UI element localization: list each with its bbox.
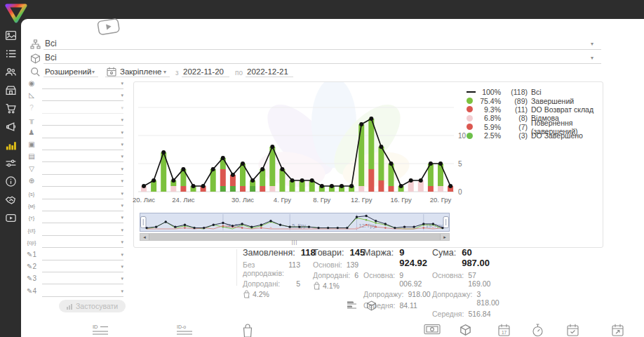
filter-select[interactable]: ▾ xyxy=(42,237,123,248)
legend-item[interactable]: 9.3%(11)DO Возврат склад xyxy=(467,105,601,114)
data-point xyxy=(399,184,403,188)
filter-select[interactable]: ▾ xyxy=(42,164,123,175)
chart-scrollbar[interactable]: ◂ ||| ▸ xyxy=(140,233,450,241)
summary-value: 9 924.92 xyxy=(399,247,427,268)
product-filter-select[interactable]: Всі xyxy=(45,53,57,62)
navigator-handle-left[interactable] xyxy=(141,217,147,228)
filter-select[interactable]: ▾ xyxy=(42,176,123,187)
summary-sub-value: 516.84 xyxy=(468,310,490,318)
filter-row-person: ♟▾ xyxy=(0,128,133,140)
sidebar-item-clients[interactable] xyxy=(5,66,17,78)
orders-chart-canvas[interactable]: 051020. Лис24. Лис30. Лис4. Гру8. Гру12.… xyxy=(137,86,467,211)
legend-percent: 5.9% xyxy=(476,123,501,131)
chevron-down-icon[interactable]: ▾ xyxy=(121,227,123,233)
bar-segment xyxy=(358,186,364,192)
chart-navigator[interactable]: 28. Лис5. Гру12. Гру19. Гру xyxy=(140,213,450,232)
apply-button[interactable]: Застосувати xyxy=(59,300,126,312)
chevron-down-icon[interactable]: ▾ xyxy=(121,93,123,98)
svg-text:30. Лис: 30. Лис xyxy=(232,196,254,204)
banknote-icon[interactable] xyxy=(424,324,441,337)
filter-select[interactable]: ▾ xyxy=(42,79,123,89)
filter-select[interactable]: ▾ xyxy=(42,91,123,101)
data-point xyxy=(448,184,452,188)
products-toggle[interactable] xyxy=(366,300,377,314)
chevron-down-icon[interactable]: ▾ xyxy=(121,81,123,86)
date-to-input[interactable]: 2022-12-21 xyxy=(247,67,288,76)
bag-icon[interactable] xyxy=(242,324,253,337)
sidebar-item-orders[interactable] xyxy=(5,48,17,60)
summary-title: Замовлення: xyxy=(243,248,295,258)
legend-item[interactable]: 5.9%(7)Повернення (завершений) xyxy=(467,123,601,131)
play-video-button[interactable] xyxy=(96,18,121,39)
filter-select[interactable]: ▾ xyxy=(42,152,123,162)
legend-item[interactable]: 75.4%(89)Завершений xyxy=(467,96,601,105)
chevron-down-icon[interactable]: ▾ xyxy=(591,55,593,61)
chevron-down-icon[interactable]: ▾ xyxy=(121,154,123,159)
period-mode-select[interactable]: Закріплене xyxy=(120,67,161,76)
id-list-icon[interactable]: ID xyxy=(92,324,110,337)
filter-select[interactable]: ▾ xyxy=(42,262,123,272)
sidebar-item-dashboard[interactable] xyxy=(5,29,17,41)
filter-select[interactable]: ▾ xyxy=(42,189,123,199)
chevron-down-icon[interactable]: ▾ xyxy=(121,166,123,172)
calendar-date-icon[interactable]: 17 xyxy=(498,324,510,337)
legend-dot-swatch xyxy=(467,106,473,112)
data-point xyxy=(409,178,413,183)
filter-select[interactable]: ▾ xyxy=(42,140,123,150)
brand-logo-icon[interactable] xyxy=(3,1,29,25)
stats-list-toggle[interactable] xyxy=(347,300,358,313)
date-from-underline xyxy=(182,77,229,77)
stopwatch-icon[interactable] xyxy=(532,324,544,337)
chevron-down-icon[interactable]: ▾ xyxy=(121,105,123,111)
data-point xyxy=(192,184,196,188)
search-mode-select[interactable]: Розширений xyxy=(45,67,91,76)
data-point xyxy=(389,161,394,166)
sitemap-icon: ╥ xyxy=(25,116,38,124)
legend-count: (118) xyxy=(504,88,528,96)
calendar-check-icon[interactable] xyxy=(567,324,579,337)
chevron-down-icon[interactable]: ▾ xyxy=(163,69,166,75)
filter-select[interactable]: ▾ xyxy=(42,201,123,211)
chevron-down-icon[interactable]: ▾ xyxy=(121,215,123,220)
filter-select[interactable]: ▾ xyxy=(42,128,123,138)
filter-row-funnel: ▽▾ xyxy=(0,164,133,176)
data-point xyxy=(349,184,354,188)
chevron-down-icon[interactable]: ▾ xyxy=(121,203,123,209)
chevron-down-icon[interactable]: ▾ xyxy=(121,276,123,282)
scroll-left-icon[interactable]: ◂ xyxy=(140,234,149,240)
filter-select[interactable]: ▾ xyxy=(42,213,123,223)
date-from-input[interactable]: 2022-11-20 xyxy=(183,67,224,76)
id-offers-icon[interactable]: ID-o xyxy=(176,324,194,337)
filter-select[interactable]: ▾ xyxy=(42,250,123,260)
filter-row-banknote: ▤▾ xyxy=(0,152,133,164)
package-icon[interactable] xyxy=(459,324,471,337)
chevron-down-icon[interactable]: ▾ xyxy=(121,289,123,294)
total-line[interactable] xyxy=(142,117,452,188)
chevron-down-icon[interactable]: ▾ xyxy=(121,178,123,184)
source-filter-select[interactable]: Всі xyxy=(45,39,57,48)
chevron-down-icon[interactable]: ▾ xyxy=(92,69,95,75)
chevron-down-icon[interactable]: ▾ xyxy=(121,264,123,270)
filter-select[interactable]: ▾ xyxy=(42,274,123,284)
data-point xyxy=(379,145,383,149)
filter-select[interactable]: ▾ xyxy=(42,103,123,114)
chevron-down-icon[interactable]: ▾ xyxy=(121,239,123,245)
filter-select[interactable]: ▾ xyxy=(42,225,123,236)
scroll-right-icon[interactable]: ▸ xyxy=(441,234,449,240)
scroll-thumb[interactable]: ||| xyxy=(149,234,441,240)
calendar-export-icon[interactable] xyxy=(612,324,624,337)
navigator-handle-right[interactable] xyxy=(443,217,449,228)
filter-select[interactable]: ▾ xyxy=(42,115,123,126)
pencil-2-icon: ✎2 xyxy=(25,263,38,270)
legend-item[interactable]: 2.5%(3)DO Завершено xyxy=(467,131,601,140)
chevron-down-icon[interactable]: ▾ xyxy=(121,191,123,197)
chevron-down-icon[interactable]: ▾ xyxy=(121,130,123,136)
chevron-down-icon[interactable]: ▾ xyxy=(121,142,123,147)
data-point xyxy=(270,145,274,149)
legend-item[interactable]: 100%(118)Всі xyxy=(467,88,601,96)
filter-row-sitemap: ╥▾ xyxy=(0,115,133,127)
chevron-down-icon[interactable]: ▾ xyxy=(121,117,123,123)
chevron-down-icon[interactable]: ▾ xyxy=(121,252,123,258)
filter-select[interactable]: ▾ xyxy=(42,286,123,297)
chevron-down-icon[interactable]: ▾ xyxy=(591,41,593,47)
